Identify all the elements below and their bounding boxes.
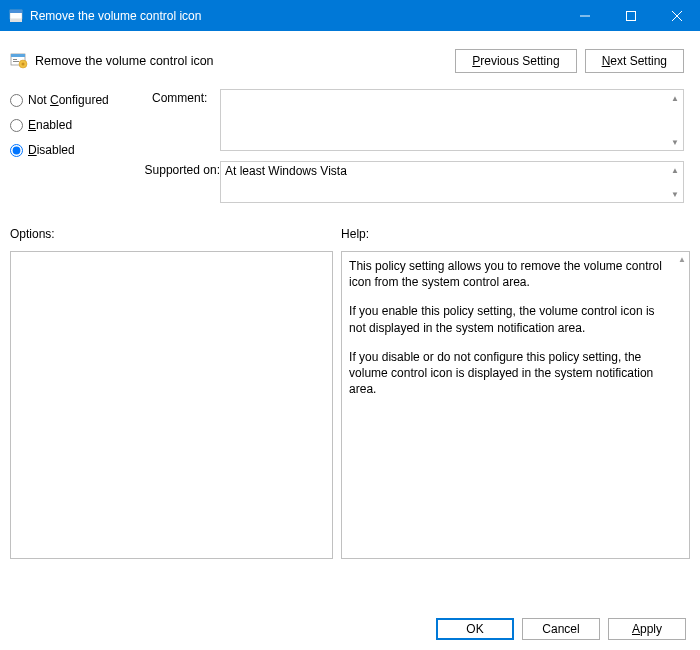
radio-not-configured[interactable]: Not Configured [10, 93, 152, 107]
config-row: Not Configured Enabled Disabled Comment:… [10, 89, 690, 213]
scroll-down-icon[interactable]: ▼ [669, 136, 681, 148]
nav-buttons: Previous Setting Next Setting [455, 49, 684, 73]
previous-setting-button[interactable]: Previous Setting [455, 49, 576, 73]
comment-label: Comment: [152, 89, 220, 151]
fields-column: Comment: ▲ ▼ Supported on: At least Wind… [152, 89, 690, 213]
policy-icon [10, 52, 28, 70]
svg-rect-4 [627, 11, 636, 20]
dialog-content: Remove the volume control icon Previous … [0, 31, 700, 567]
close-button[interactable] [654, 0, 700, 31]
window-icon [8, 8, 24, 24]
radio-disabled-input[interactable] [10, 144, 23, 157]
options-box [10, 251, 333, 559]
radio-disabled[interactable]: Disabled [10, 143, 152, 157]
supported-textarea: At least Windows Vista ▲ ▼ [220, 161, 684, 203]
help-paragraph: If you disable or do not configure this … [349, 349, 669, 398]
help-section: Help: ▲ This policy setting allows you t… [341, 227, 690, 559]
cancel-button[interactable]: Cancel [522, 618, 600, 640]
policy-title: Remove the volume control icon [35, 54, 455, 68]
radio-enabled-input[interactable] [10, 119, 23, 132]
help-paragraph: This policy setting allows you to remove… [349, 258, 669, 290]
ok-button[interactable]: OK [436, 618, 514, 640]
window-title: Remove the volume control icon [30, 9, 562, 23]
scroll-up-icon[interactable]: ▲ [669, 92, 681, 104]
svg-rect-8 [11, 54, 25, 57]
help-box[interactable]: ▲ This policy setting allows you to remo… [341, 251, 690, 559]
supported-label: Supported on: [128, 161, 220, 203]
footer-buttons: OK Cancel Apply [436, 618, 686, 640]
help-label: Help: [341, 227, 690, 241]
scroll-up-icon[interactable]: ▲ [669, 164, 681, 176]
comment-textarea[interactable]: ▲ ▼ [220, 89, 684, 151]
radio-not-configured-input[interactable] [10, 94, 23, 107]
supported-row: Supported on: At least Windows Vista ▲ ▼ [152, 161, 690, 203]
titlebar: Remove the volume control icon [0, 0, 700, 31]
scroll-down-icon[interactable]: ▼ [669, 188, 681, 200]
radio-enabled[interactable]: Enabled [10, 118, 152, 132]
minimize-button[interactable] [562, 0, 608, 31]
titlebar-controls [562, 0, 700, 31]
next-setting-button[interactable]: Next Setting [585, 49, 684, 73]
help-paragraph: If you enable this policy setting, the v… [349, 303, 669, 335]
options-label: Options: [10, 227, 333, 241]
apply-button[interactable]: Apply [608, 618, 686, 640]
comment-row: Comment: ▲ ▼ [152, 89, 690, 151]
sections-row: Options: Help: ▲ This policy setting all… [10, 227, 690, 559]
options-section: Options: [10, 227, 333, 559]
svg-point-12 [22, 63, 25, 66]
svg-rect-10 [13, 61, 19, 62]
svg-rect-1 [10, 10, 22, 13]
maximize-button[interactable] [608, 0, 654, 31]
header-row: Remove the volume control icon Previous … [10, 39, 690, 73]
scroll-up-icon[interactable]: ▲ [678, 255, 686, 266]
svg-rect-9 [13, 59, 17, 60]
svg-rect-2 [10, 19, 22, 22]
